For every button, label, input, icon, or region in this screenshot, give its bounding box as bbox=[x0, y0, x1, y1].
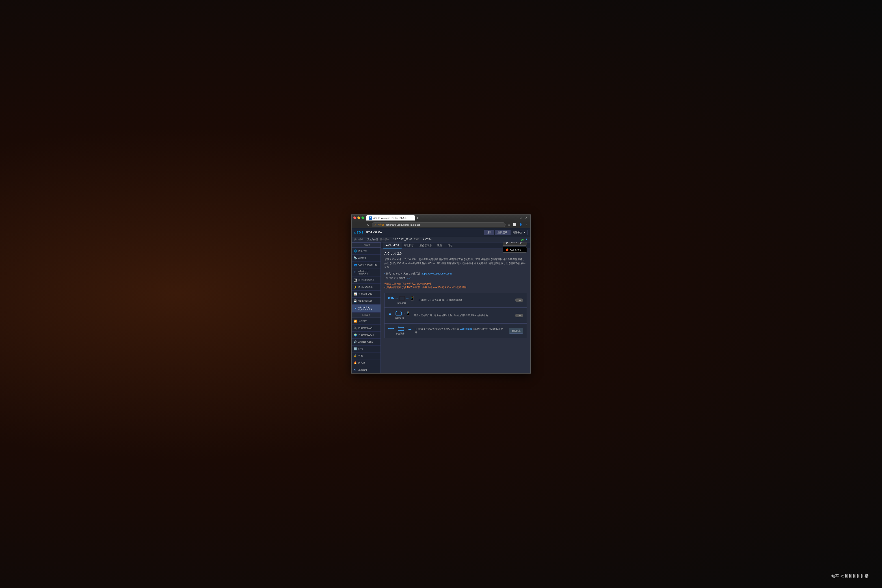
sidebar-item-guest-network[interactable]: 👥 Guest Network Pro bbox=[352, 261, 381, 268]
close-button[interactable]: ✕ bbox=[524, 216, 529, 220]
aiprotection-icon: 🛡 bbox=[353, 271, 357, 274]
dots-connector6: - - bbox=[405, 328, 407, 330]
minimize-button[interactable]: — bbox=[512, 216, 518, 220]
smart-access-icon: 🖥 - - - - 📱 bbox=[388, 311, 410, 316]
sidebar-item-firewall[interactable]: 🔥 防火墙 bbox=[352, 359, 381, 366]
extensions-button[interactable]: ⬜ bbox=[512, 223, 517, 227]
appstore-button[interactable]: 🍎 App Store bbox=[502, 247, 527, 252]
window-controls: — □ ✕ bbox=[512, 216, 529, 220]
browser-tab-active[interactable]: A ASUS Wireless Router RT-AX... ✕ bbox=[366, 215, 415, 220]
firmware-value: 3.0.0.6.102_22108 bbox=[393, 238, 412, 241]
sidebar-item-usb[interactable]: 💾 USB 相关应用 bbox=[352, 298, 381, 304]
title-bar: A ASUS Wireless Router RT-AX... ✕ + — □ … bbox=[352, 214, 530, 221]
window-close-button[interactable] bbox=[353, 216, 356, 219]
wifi-connected-icon: ◎ bbox=[521, 238, 524, 242]
faq-go-link[interactable]: GO bbox=[407, 276, 411, 279]
window-minimize-button[interactable] bbox=[357, 216, 360, 219]
language-button[interactable]: 简体中文 ▼ bbox=[510, 230, 528, 235]
tab-aicloud[interactable]: AiCloud 2.0 bbox=[383, 243, 402, 249]
sidebar-item-ipv6[interactable]: 🔢 IPv6 bbox=[352, 345, 381, 352]
link-item-faq: 查找常见问题解答 GO bbox=[384, 276, 527, 280]
links-section: 进入 AiCloud 个人云 2.0 应用用 https://www.asusr… bbox=[384, 272, 527, 280]
link-prefix-aicloud: 进入 AiCloud 个人云 2.0 应用用 bbox=[386, 272, 421, 275]
phone-symbol: 📱 bbox=[410, 296, 415, 301]
address-display[interactable]: ⚠ 不安全 asusrouter.com/cloud_main.asp bbox=[372, 222, 506, 227]
router-ui: /ISUS RT-AX57 Go 退出 重新启动 简体中文 ▼ 操作模式： 无线… bbox=[352, 228, 530, 374]
usb-icon: 💾 bbox=[353, 299, 357, 303]
window-maximize-button[interactable] bbox=[362, 216, 364, 219]
sidebar-item-aicloud[interactable]: ☁ AiCloud 2.0个人云 2.0 应用 bbox=[352, 304, 381, 313]
tab-smart-sync[interactable]: 智能同步 bbox=[402, 243, 417, 249]
content-area: AiCloud 2.0 智能同步 服务器同步 设置 日志 AiCloud 2.0… bbox=[381, 243, 530, 374]
usb-symbol2: USB♦ bbox=[388, 327, 394, 330]
address-bar: ← → ↻ ⚠ 不安全 asusrouter.com/cloud_main.as… bbox=[352, 221, 530, 228]
cloud-disk-toggle[interactable]: OFF bbox=[515, 298, 523, 302]
sidebar-label-usb: USB 相关应用 bbox=[358, 300, 372, 302]
webstorage-link[interactable]: Webstorage bbox=[460, 328, 472, 330]
menu-button[interactable]: ⋮ bbox=[524, 223, 529, 227]
smart-access-toggle[interactable]: OFF bbox=[515, 314, 523, 317]
profile-button[interactable]: 👤 bbox=[518, 223, 523, 227]
tab-close-icon[interactable]: ✕ bbox=[411, 217, 412, 219]
warning-line1: 无线路由器当前正在使用私人 WAN IP 地址。 bbox=[384, 282, 527, 286]
restart-button[interactable]: 重新启动 bbox=[495, 230, 510, 235]
sidebar-item-network-map[interactable]: 🌐 网络地图 bbox=[352, 248, 381, 255]
sidebar-item-aiprotection[interactable]: 🛡 AiProtection智能防火墙 bbox=[352, 268, 381, 277]
smart-sync-desc: 开启 USB 存储设备和云服务器同步，如华硕 Webstorage 或其他已启用… bbox=[415, 327, 506, 334]
asus-logo: /ISUS bbox=[354, 231, 364, 234]
router-svg bbox=[399, 296, 405, 300]
sidebar-item-aimesh[interactable]: 📡 AiMesh bbox=[352, 255, 381, 261]
smart-access-desc: 开启从远端访问网上邻居的电脑和设备。智能访问同样可以映射连接的电脑。 bbox=[414, 314, 506, 317]
address-text: asusrouter.com/cloud_main.asp bbox=[386, 224, 420, 226]
sidebar-label-vpn: VPN bbox=[358, 354, 363, 357]
back-button[interactable]: ← bbox=[353, 222, 358, 227]
sidebar-item-system[interactable]: ⚙ 系统管理 bbox=[352, 366, 381, 374]
feature-card-smart-access: 🖥 - - - - 📱 bbox=[384, 308, 527, 323]
sidebar-item-wan[interactable]: 🌍 外部网络(WAN) bbox=[352, 332, 381, 339]
wireless-icon: 📶 bbox=[353, 320, 357, 323]
smart-sync-goto-button[interactable]: 前往设置 bbox=[509, 328, 523, 334]
sidebar-item-lan[interactable]: 🔌 内部网络(LAN) bbox=[352, 325, 381, 332]
cloud-disk-name: 云端硬盘 bbox=[397, 302, 406, 305]
sidebar-item-parental[interactable]: 👨‍👩‍👧 家长电脑控制程序 bbox=[352, 277, 381, 284]
tab-settings[interactable]: 设置 bbox=[435, 243, 445, 249]
tab-log[interactable]: 日志 bbox=[445, 243, 455, 249]
tab-label: ASUS Wireless Router RT-AX... bbox=[374, 217, 408, 219]
link-item-aicloud: 进入 AiCloud 个人云 2.0 应用用 https://www.asusr… bbox=[384, 272, 527, 275]
status-bar: 操作模式： 无线路由器 固件版本： 3.0.0.6.102_22108 SSID… bbox=[352, 237, 530, 243]
sidebar-item-wireless[interactable]: 📶 无线网络 bbox=[352, 318, 381, 325]
status-icons: ◎ ✦ bbox=[521, 238, 528, 242]
forward-button[interactable]: → bbox=[360, 222, 364, 227]
ssid-value: AX57Go bbox=[423, 238, 432, 241]
insecure-icon: ⚠ bbox=[374, 224, 376, 226]
reload-button[interactable]: ↻ bbox=[366, 222, 370, 227]
router-header: /ISUS RT-AX57 Go 退出 重新启动 简体中文 ▼ bbox=[352, 228, 530, 237]
watermark: 知乎 @川川川川川桑 bbox=[831, 574, 868, 579]
new-tab-button[interactable]: + bbox=[415, 216, 420, 220]
language-label: 简体中文 bbox=[513, 231, 522, 234]
android-app-button[interactable]: ▶ Android App bbox=[502, 243, 527, 246]
sidebar-item-qos[interactable]: 📊 带宽管理 QoS bbox=[352, 291, 381, 298]
sidebar-label-aimesh: AiMesh bbox=[358, 256, 366, 259]
sidebar-item-vpn[interactable]: 🔒 VPN bbox=[352, 352, 381, 359]
router-svg2 bbox=[395, 311, 402, 316]
smart-access-toggle-container: OFF bbox=[510, 314, 523, 317]
svg-rect-3 bbox=[396, 312, 402, 315]
maximize-button[interactable]: □ bbox=[519, 216, 523, 220]
parental-icon: 👨‍👩‍👧 bbox=[353, 278, 357, 282]
sidebar-item-yandex[interactable]: ⚡ 网易UU加速器 bbox=[352, 284, 381, 291]
aicloud-icon: ☁ bbox=[353, 306, 357, 310]
tab-service-sync[interactable]: 服务器同步 bbox=[417, 243, 435, 249]
sidebar-label-yandex: 网易UU加速器 bbox=[358, 286, 373, 288]
warning-section: 无线路由器当前正在使用私人 WAN IP 地址。 此路由器可能处于多 NAT 环… bbox=[384, 282, 527, 289]
mode-label: 操作模式： bbox=[354, 238, 366, 241]
sidebar-item-alexa[interactable]: 🔊 Amazon Alexa bbox=[352, 339, 381, 345]
feature-card-smart-sync: USB♦ - - - - ☁ bbox=[384, 323, 527, 338]
logout-button[interactable]: 退出 bbox=[484, 230, 494, 235]
aicloud-url-link[interactable]: https://www.asusrouter.com bbox=[422, 272, 452, 275]
header-nav-buttons: 退出 重新启动 简体中文 ▼ bbox=[484, 230, 528, 235]
bookmark-button[interactable]: ☆ bbox=[507, 223, 511, 227]
router-svg3 bbox=[398, 327, 404, 331]
qos-icon: 📊 bbox=[353, 292, 357, 296]
ssid-label: SSID： bbox=[414, 238, 421, 241]
